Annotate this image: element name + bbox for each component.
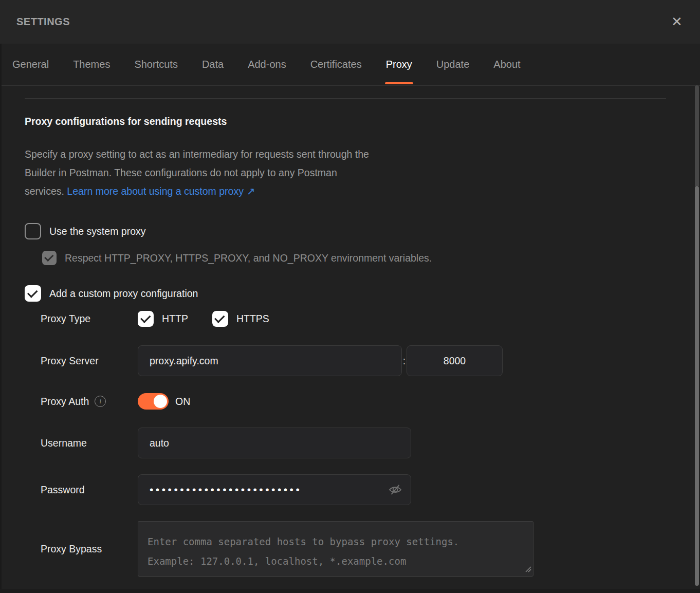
eye-off-icon[interactable] xyxy=(388,483,402,497)
http-checkbox[interactable] xyxy=(138,311,154,327)
proxy-server-label: Proxy Server xyxy=(25,355,138,367)
toggle-knob xyxy=(154,395,167,408)
tab-about[interactable]: About xyxy=(493,44,520,85)
system-proxy-label: Use the system proxy xyxy=(49,226,145,237)
section-heading: Proxy configurations for sending request… xyxy=(25,116,675,127)
check-icon xyxy=(44,252,53,262)
proxy-settings-panel: Proxy configurations for sending request… xyxy=(0,98,700,577)
resize-handle-icon[interactable] xyxy=(525,565,531,575)
proxy-auth-label-wrap: Proxy Auth i xyxy=(25,396,138,407)
respect-env-row: Respect HTTP_PROXY, HTTPS_PROXY, and NO_… xyxy=(42,251,675,265)
proxy-type-row: Proxy Type HTTP HTTPS xyxy=(25,311,675,327)
learn-more-link[interactable]: Learn more about using a custom proxy xyxy=(67,186,244,197)
username-input[interactable]: auto xyxy=(138,428,411,458)
proxy-bypass-textarea[interactable]: Enter comma separated hosts to bypass pr… xyxy=(138,521,533,577)
proxy-type-label: Proxy Type xyxy=(25,313,138,325)
content-divider xyxy=(25,98,666,99)
proxy-host-input[interactable]: proxy.apify.com xyxy=(138,345,402,376)
dialog-bottom-edge xyxy=(0,589,700,593)
tab-addons[interactable]: Add-ons xyxy=(248,44,286,85)
password-label: Password xyxy=(25,484,138,496)
description-line-2: Builder in Postman. These configurations… xyxy=(25,163,675,182)
respect-env-checkbox xyxy=(42,251,57,265)
tab-general[interactable]: General xyxy=(12,44,49,85)
proxy-type-https: HTTPS xyxy=(212,311,269,327)
username-label: Username xyxy=(25,437,138,449)
settings-tabbar: General Themes Shortcuts Data Add-ons Ce… xyxy=(0,44,700,86)
check-icon xyxy=(27,287,38,298)
toggle-state-label: ON xyxy=(175,396,190,407)
username-row: Username auto xyxy=(25,428,675,458)
tab-certificates[interactable]: Certificates xyxy=(310,44,362,85)
dialog-title: SETTINGS xyxy=(16,16,70,28)
respect-env-label: Respect HTTP_PROXY, HTTPS_PROXY, and NO_… xyxy=(65,252,432,264)
settings-dialog-header: SETTINGS ✕ xyxy=(0,0,700,44)
section-description: Specify a proxy setting to act as an int… xyxy=(25,145,675,200)
tab-data[interactable]: Data xyxy=(202,44,224,85)
proxy-bypass-label: Proxy Bypass xyxy=(25,543,138,555)
proxy-type-http: HTTP xyxy=(138,311,188,327)
close-icon[interactable]: ✕ xyxy=(668,13,686,31)
tab-update[interactable]: Update xyxy=(436,44,470,85)
password-masked-value: ••••••••••••••••••••••••• xyxy=(150,484,302,496)
bypass-placeholder-line-2: Example: 127.0.0.1, localhost, *.example… xyxy=(148,551,533,571)
scrollbar-thumb[interactable] xyxy=(695,186,699,586)
check-icon xyxy=(140,312,151,323)
description-line-1: Specify a proxy setting to act as an int… xyxy=(25,145,675,163)
http-label: HTTP xyxy=(162,313,188,325)
proxy-port-input[interactable]: 8000 xyxy=(407,345,503,376)
info-icon[interactable]: i xyxy=(95,396,106,407)
custom-proxy-row: Add a custom proxy configuration xyxy=(25,285,675,302)
system-proxy-row: Use the system proxy xyxy=(25,223,675,239)
host-port-separator: : xyxy=(402,355,407,367)
https-label: HTTPS xyxy=(236,313,269,325)
tab-shortcuts[interactable]: Shortcuts xyxy=(134,44,177,85)
https-checkbox[interactable] xyxy=(212,311,228,327)
proxy-auth-toggle[interactable] xyxy=(138,393,169,410)
description-line-3: services. xyxy=(25,186,64,197)
password-row: Password ••••••••••••••••••••••••• xyxy=(25,474,675,505)
proxy-auth-row: Proxy Auth i ON xyxy=(25,393,675,410)
scrollbar-track[interactable] xyxy=(695,85,699,186)
proxy-bypass-row: Proxy Bypass Enter comma separated hosts… xyxy=(25,521,675,577)
proxy-auth-label: Proxy Auth xyxy=(41,396,89,407)
password-input[interactable]: ••••••••••••••••••••••••• xyxy=(138,474,411,505)
external-link-icon: ↗ xyxy=(247,186,255,197)
dialog-left-edge xyxy=(0,44,2,593)
custom-proxy-label: Add a custom proxy configuration xyxy=(49,288,198,300)
tab-proxy[interactable]: Proxy xyxy=(386,44,412,85)
bypass-placeholder-line-1: Enter comma separated hosts to bypass pr… xyxy=(148,532,533,551)
system-proxy-checkbox[interactable] xyxy=(25,223,41,239)
proxy-server-row: Proxy Server proxy.apify.com : 8000 xyxy=(25,345,675,376)
custom-proxy-checkbox[interactable] xyxy=(25,285,41,302)
tab-themes[interactable]: Themes xyxy=(73,44,110,85)
check-icon xyxy=(214,312,225,323)
